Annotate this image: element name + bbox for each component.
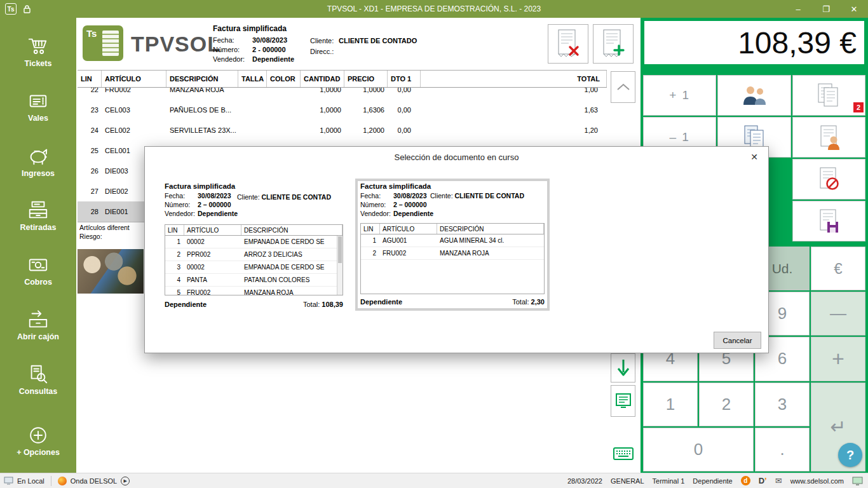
maximize-button[interactable]: ❐ xyxy=(812,0,840,18)
cell-cantidad: 1,0000 xyxy=(301,88,344,93)
sidebar-item-vales[interactable]: Vales xyxy=(0,79,76,133)
card-footer-vendor: Dependiente xyxy=(360,298,402,306)
sidebar-item-label: + Opciones xyxy=(17,448,60,457)
mini-scrollbar[interactable] xyxy=(337,236,342,295)
mail-icon[interactable]: ✉ xyxy=(775,476,782,485)
website-link[interactable]: www.sdelsol.com xyxy=(790,477,844,485)
logo-receipt-icon xyxy=(102,30,119,56)
save-document-button[interactable] xyxy=(792,201,865,241)
document-card-selected[interactable]: Factura simplificada Fecha:30/08/2023 Nú… xyxy=(355,179,550,311)
card-vendedor-value: Dependiente xyxy=(393,210,433,217)
sidebar-item-consultas[interactable]: Consultas xyxy=(0,352,76,407)
card-total-value: 2,30 xyxy=(531,298,545,306)
minus-one-label: – 1 xyxy=(669,130,689,144)
card-fecha-value: 30/08/2023 xyxy=(198,192,231,200)
mini-col-articulo: ARTÍCULO xyxy=(380,224,437,234)
keyboard-button[interactable] xyxy=(611,438,635,469)
customer-document-button[interactable] xyxy=(792,117,865,158)
cell-lin: 22 xyxy=(78,88,102,93)
mini-row: 100002EMPANADA DE CERDO SE xyxy=(165,236,342,248)
numpad-key-0[interactable]: 0 xyxy=(643,428,754,471)
brand-wordmark: TPVSOL xyxy=(131,32,221,57)
minimize-button[interactable]: – xyxy=(784,0,812,18)
table-row[interactable]: 24 CEL002 SERVILLETAS 23X... 1,0000 1,20… xyxy=(78,120,607,140)
statusbar: En Local Onda DELSOL ▶ 28/03/2022 GENERA… xyxy=(0,473,868,488)
sidebar-item-tickets[interactable]: Tickets xyxy=(0,24,76,79)
local-monitor-icon xyxy=(4,477,13,485)
numero-value: 2 - 000000 xyxy=(252,46,286,53)
scroll-up-button[interactable] xyxy=(611,71,635,103)
col-descripcion: DESCRIPCIÓN xyxy=(166,71,238,87)
delete-document-button[interactable] xyxy=(548,24,588,64)
grid-header: LIN ARTÍCULO DESCRIPCIÓN TALLA COLOR CAN… xyxy=(78,70,607,88)
card-footer-vendor: Dependiente xyxy=(165,301,207,308)
logo-ts-text: Ts xyxy=(86,28,97,39)
table-row[interactable]: 23 CEL003 PAÑUELOS DE B... 1,0000 1,6306… xyxy=(78,100,607,120)
sidebar-item-abrir-cajon[interactable]: Abrir cajón xyxy=(0,297,76,352)
remote-monitor-icon[interactable] xyxy=(852,477,863,485)
sidebar-item-retiradas[interactable]: Retiradas xyxy=(0,188,76,243)
card-numero-value: 2 – 000000 xyxy=(393,201,427,208)
card-cliente-value: CLIENTE DE CONTAD xyxy=(455,192,524,200)
price-mode-key[interactable]: € xyxy=(811,247,865,290)
customer-document-icon xyxy=(816,124,841,151)
sidebar-item-label: Cobros xyxy=(24,278,52,287)
mini-row: 300002EMPANADA DE CERDO SE xyxy=(165,261,342,274)
table-row[interactable]: 22 FRU002 MANZANA ROJA 1,0000 1,0000 0,0… xyxy=(78,88,607,100)
new-document-button[interactable] xyxy=(593,24,634,64)
display-document-button[interactable] xyxy=(611,385,635,417)
sidebar: Tickets Vales Ingresos Retiradas Cobros xyxy=(0,18,76,473)
cell-lin: 27 xyxy=(78,187,102,195)
connection-status: En Local xyxy=(17,477,44,485)
minus-key[interactable]: — xyxy=(811,292,865,336)
cell-lin: 25 xyxy=(78,147,102,154)
fecha-label: Fecha: xyxy=(213,36,234,44)
void-document-icon xyxy=(816,166,841,193)
plus-circle-icon xyxy=(27,424,50,446)
drawer-open-icon xyxy=(26,309,50,330)
sidebar-item-label: Tickets xyxy=(25,59,52,68)
plus-one-button[interactable]: + 1 xyxy=(643,75,716,116)
card-doc-type: Factura simplificada xyxy=(165,182,343,190)
numpad-key-2[interactable]: 2 xyxy=(699,383,754,426)
cell-total: 1,20 xyxy=(421,126,607,134)
mini-col-lin: LIN xyxy=(361,224,380,234)
close-button[interactable]: ✕ xyxy=(840,0,868,18)
sidebar-item-label: Ingresos xyxy=(22,169,55,178)
play-icon[interactable]: ▶ xyxy=(121,477,130,485)
doc-type: Factura simplificada xyxy=(213,24,287,33)
decimal-key[interactable]: . xyxy=(755,428,810,471)
sidebar-item-ingresos[interactable]: Ingresos xyxy=(0,133,76,188)
cancel-button[interactable]: Cancelar xyxy=(714,332,761,349)
customers-button[interactable] xyxy=(717,75,790,116)
dialog-close-icon[interactable]: ✕ xyxy=(748,151,761,163)
cell-dto: 0,00 xyxy=(388,88,421,93)
scroll-down-button[interactable] xyxy=(611,353,635,383)
void-document-button[interactable] xyxy=(792,159,865,200)
payment-icon xyxy=(26,254,50,276)
status-terminal: Terminal 1 xyxy=(653,477,685,485)
card-vendedor-label: Vendedor: xyxy=(165,210,198,217)
card-fecha-label: Fecha: xyxy=(360,192,393,200)
mini-row: 5FRU002MANZANA ROJA xyxy=(165,287,342,295)
card-lines-table: LIN ARTÍCULO DESCRIPCIÓN 1AGU001AGUA MIN… xyxy=(360,223,545,294)
sidebar-item-cobros[interactable]: Cobros xyxy=(0,243,76,297)
card-cliente-value: CLIENTE DE CONTAD xyxy=(262,193,331,201)
vendedor-value: Dependiente xyxy=(252,55,294,63)
cart-icon xyxy=(27,36,50,57)
numpad-key-3[interactable]: 3 xyxy=(755,383,810,426)
document-card[interactable]: Factura simplificada Fecha:30/08/2023 Nú… xyxy=(165,182,343,309)
sidebar-item-label: Abrir cajón xyxy=(17,332,59,341)
card-numero-label: Número: xyxy=(165,201,198,208)
open-documents-button[interactable]: 2 xyxy=(792,75,865,116)
tpvsol-window: Ts TPVSOL - XD1 - EMPRESA DE DEMOSTRACIÓ… xyxy=(0,0,868,488)
sidebar-item-opciones[interactable]: + Opciones xyxy=(0,413,76,468)
mini-row: 2FRU002MANZANA ROJA xyxy=(361,247,544,260)
card-fecha-label: Fecha: xyxy=(165,192,198,200)
new-document-icon xyxy=(599,28,628,60)
card-vendedor-value: Dependiente xyxy=(198,210,238,217)
help-button[interactable]: ? xyxy=(838,443,862,467)
search-doc-icon xyxy=(27,363,50,385)
numpad-key-1[interactable]: 1 xyxy=(643,383,698,426)
plus-key[interactable]: + xyxy=(811,337,865,381)
